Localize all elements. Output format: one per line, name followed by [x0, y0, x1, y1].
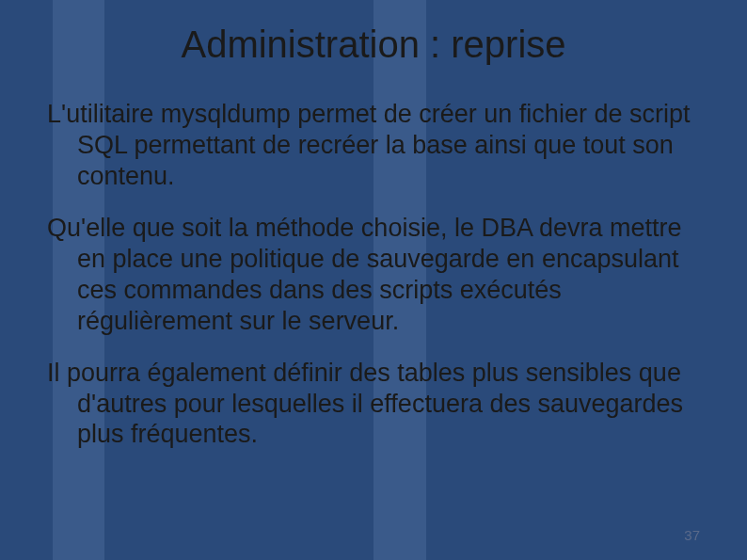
slide-body: L'utilitaire mysqldump permet de créer u… — [47, 99, 700, 450]
page-number: 37 — [684, 527, 700, 543]
paragraph: L'utilitaire mysqldump permet de créer u… — [47, 99, 700, 192]
slide-container: Administration : reprise L'utilitaire my… — [0, 0, 747, 560]
paragraph: Il pourra également définir des tables p… — [47, 358, 700, 451]
slide-title: Administration : reprise — [47, 24, 700, 66]
paragraph: Qu'elle que soit la méthode choisie, le … — [47, 213, 700, 337]
